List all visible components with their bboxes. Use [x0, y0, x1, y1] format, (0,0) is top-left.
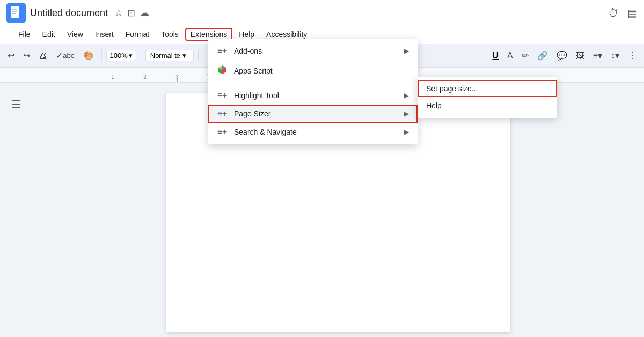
link-button[interactable]: 🔗: [534, 48, 551, 63]
menu-entry-addons[interactable]: ≡+ Add-ons ▶: [208, 42, 418, 60]
more-button[interactable]: ⋮: [625, 48, 640, 63]
style-select[interactable]: Normal te ▾: [145, 50, 194, 61]
svg-rect-1: [12, 9, 17, 10]
underline-button[interactable]: U: [489, 49, 502, 63]
comments-icon[interactable]: ▤: [627, 6, 638, 19]
outline-icon[interactable]: ☰: [7, 93, 25, 115]
highlight-arrow: ▶: [404, 92, 409, 99]
pagesizer-arrow: ▶: [404, 110, 409, 118]
toolbar-divider-3: [198, 49, 199, 62]
drive-icon[interactable]: ⊡: [127, 7, 135, 19]
menu-item-view[interactable]: View: [62, 28, 89, 41]
paint-button[interactable]: 🎨: [80, 48, 97, 63]
menu-item-edit[interactable]: Edit: [37, 28, 61, 41]
addons-label: Add-ons: [234, 47, 398, 55]
style-value: Normal te: [150, 52, 180, 60]
zoom-value: 100%: [110, 52, 128, 60]
highlight-label: Highlight Tool: [234, 91, 398, 100]
appsscript-icon: [217, 64, 228, 77]
pagesizer-submenu: Set page size... Help: [418, 77, 557, 118]
toolbar-divider-2: [141, 49, 141, 62]
title-icons: ☆ ⊡ ☁: [114, 7, 149, 19]
line-spacing-button[interactable]: ↕▾: [608, 48, 623, 63]
ruler-mark-3: 3: [161, 74, 193, 80]
ruler-mark-1: 1: [97, 74, 129, 80]
submenu-help-label: Help: [426, 101, 442, 110]
zoom-arrow: ▾: [129, 52, 133, 60]
print-button[interactable]: 🖨: [35, 49, 50, 63]
highlight-button[interactable]: ✏: [518, 48, 532, 63]
star-icon[interactable]: ☆: [114, 7, 123, 19]
align-button[interactable]: ≡▾: [590, 48, 605, 63]
image-button[interactable]: 🖼: [573, 49, 588, 63]
highlight-icon: ≡+: [217, 91, 228, 100]
sidebar: ☰: [0, 83, 32, 337]
appsscript-label: Apps Script: [234, 67, 409, 75]
menu-entry-pagesizer[interactable]: ≡+ Page Sizer ▶: [208, 105, 418, 123]
svg-rect-0: [11, 6, 19, 18]
redo-button[interactable]: ↪: [20, 48, 33, 63]
submenu-help[interactable]: Help: [418, 97, 557, 114]
menu-entry-appsscript[interactable]: Apps Script: [208, 60, 418, 82]
svg-rect-2: [12, 11, 17, 12]
font-color-button[interactable]: A: [504, 49, 516, 63]
searchnavigate-icon: ≡+: [217, 127, 228, 137]
zoom-select[interactable]: 100% ▾: [106, 50, 136, 61]
svg-rect-3: [12, 13, 16, 14]
pagesizer-icon: ≡+: [217, 109, 228, 119]
menu-item-insert[interactable]: Insert: [90, 28, 119, 41]
extensions-menu: ≡+ Add-ons ▶ Apps Script ≡+ Highlight To…: [208, 39, 418, 144]
toolbar-divider-1: [101, 49, 102, 62]
menu-item-file[interactable]: File: [13, 28, 36, 41]
addons-arrow: ▶: [404, 47, 409, 55]
menu-separator-1: [208, 84, 418, 84]
submenu-set-page-size[interactable]: Set page size...: [418, 80, 557, 97]
menu-entry-highlight[interactable]: ≡+ Highlight Tool ▶: [208, 86, 418, 105]
addons-icon: ≡+: [217, 46, 228, 56]
menu-entry-searchnavigate[interactable]: ≡+ Search & Navigate ▶: [208, 123, 418, 141]
set-page-size-label: Set page size...: [426, 84, 478, 93]
searchnavigate-arrow: ▶: [404, 128, 409, 136]
cloud-icon[interactable]: ☁: [140, 7, 149, 19]
menu-item-tools[interactable]: Tools: [156, 28, 184, 41]
title-bar: Untitled document ☆ ⊡ ☁ ⏱ ▤ File Edit Vi…: [0, 0, 644, 44]
spellcheck-button[interactable]: ✓abc: [53, 48, 78, 63]
comment-button[interactable]: 💬: [553, 48, 570, 63]
searchnavigate-label: Search & Navigate: [234, 128, 398, 136]
style-arrow: ▾: [182, 52, 186, 60]
version-history-icon[interactable]: ⏱: [608, 7, 619, 19]
menu-item-format[interactable]: Format: [120, 28, 155, 41]
pagesizer-label: Page Sizer: [234, 109, 398, 118]
ruler-mark-2: 2: [129, 74, 161, 80]
doc-icon: [6, 3, 26, 23]
undo-button[interactable]: ↩: [4, 48, 18, 63]
doc-title: Untitled document: [30, 8, 108, 19]
